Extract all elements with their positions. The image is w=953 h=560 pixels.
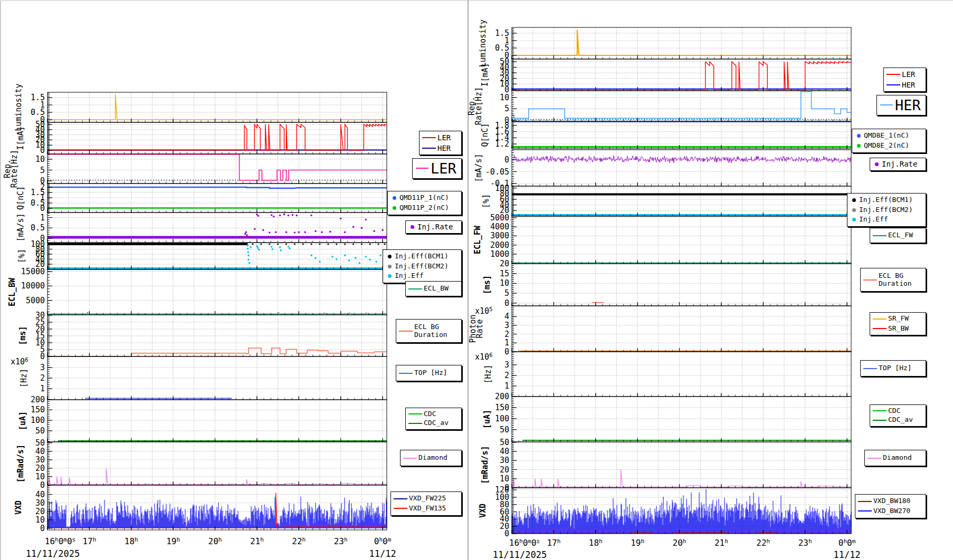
svg-text:21h: 21h: [250, 536, 264, 546]
y-axis-title: [uA]: [482, 410, 492, 429]
legend-line-marker-icon: [871, 410, 888, 411]
y-axis-title: ECL_BW: [7, 277, 17, 306]
y-axis-title: Luminosity: [14, 83, 23, 131]
y-tick-label: 10000: [21, 281, 45, 291]
legend-label: ECL_BW: [424, 285, 449, 293]
svg-text:0h0m: 0h0m: [838, 538, 856, 548]
legend-entry: Inj.Eff: [849, 216, 925, 224]
legend-label: Inj.Eff: [395, 272, 424, 280]
svg-text:0h0m: 0h0m: [374, 536, 392, 546]
y-tick-label: 100: [31, 239, 45, 249]
series-ecl-fw: [512, 262, 851, 263]
plot-current: 01020304050I[mA]: [16, 120, 387, 155]
legend-entry: VXD_FW225: [392, 495, 460, 503]
legend-entry: Inj.Rate: [407, 223, 460, 231]
y-axis-title: Rate[Hz]: [474, 87, 483, 125]
legend-label: ECL BG Duration: [414, 323, 447, 339]
y-axis-title: Luminosity: [478, 20, 488, 67]
y-tick-label: 100: [495, 414, 509, 423]
legend-line-marker-icon: [871, 318, 888, 320]
legend-dot-marker-icon: [871, 162, 882, 166]
legend-line-marker-icon: [397, 331, 414, 332]
legend-label: CDC_av: [888, 416, 913, 424]
legend-label: Diamond: [418, 454, 447, 462]
y-tick-label: 10: [35, 155, 45, 164]
plot-current: 01020304050I[mA]: [480, 57, 851, 94]
y-tick-label: 200: [31, 395, 45, 404]
y-axis-title: [Hz]: [483, 364, 493, 383]
plot-rep-rate: 0510Rep.Rate[Hz]: [467, 87, 851, 125]
legend-forward-diamond-legend: Diamond: [400, 450, 462, 466]
y-tick-label: 1: [40, 384, 45, 393]
plot-frame: [512, 397, 851, 442]
y-axis-title: [mA/s]: [16, 213, 25, 242]
y-tick-label: 15000: [21, 267, 45, 276]
y-axis-title: VXD: [14, 500, 23, 515]
svg-text:23h: 23h: [798, 538, 812, 548]
legend-entry: ECL_FW: [871, 231, 925, 239]
y-tick-label: 2: [40, 373, 45, 383]
legend-label: QMD8E_2(nC): [864, 142, 909, 150]
panel-backward: 00.511.5Luminosity01020304050I[mA]0510Re…: [467, 20, 861, 560]
legend-label: TOP [Hz]: [879, 364, 912, 372]
y-axis-title: [ms]: [18, 326, 27, 345]
plot-inj-eff: 20406080100[%]: [481, 184, 851, 216]
svg-text:18h: 18h: [589, 538, 603, 548]
y-tick-label: 0.5: [31, 223, 45, 233]
legend-entry: ECL_BW: [407, 285, 460, 293]
y-tick-label: 1: [40, 213, 45, 223]
legend-line-marker-icon: [392, 508, 409, 509]
series-vxd-bw270: [512, 489, 851, 534]
legend-label: Inj.Eff(BCM2): [859, 206, 913, 214]
plot-frame: [47, 243, 387, 269]
y-axis-title: [mRad/s]: [16, 445, 25, 482]
legend-line-marker-icon: [402, 458, 418, 459]
legend-dot-marker-icon: [407, 225, 417, 229]
legend-dot-marker-icon: [849, 218, 859, 221]
plot-frame: [47, 400, 387, 442]
legend-line-marker-icon: [421, 148, 437, 149]
plot-charge: 00.511.52Q[nC]: [16, 182, 387, 213]
legend-line-marker-icon: [866, 458, 883, 459]
y-tick-label: 4: [504, 312, 509, 321]
legend-entry: HER: [421, 144, 460, 152]
beam-monitor-window: 00.511.5Luminosity01020304050I[mA]0510Re…: [0, 0, 953, 560]
y-tick-label: 10: [35, 515, 45, 525]
svg-text:22h: 22h: [292, 536, 306, 546]
series-ler: [47, 124, 387, 150]
legend-line-marker-icon: [856, 501, 873, 502]
y-axis-title: Q[nC]: [480, 123, 490, 147]
legend-label: CDC: [424, 410, 436, 418]
legend-entry: VXD_BW180: [856, 497, 925, 505]
legend-line-marker-icon: [862, 368, 879, 369]
y-tick-label: 30: [35, 311, 45, 320]
legend-label: QMD11P_2(nC): [399, 204, 449, 212]
y-tick-label: 50: [35, 438, 45, 448]
legend-line-marker-icon: [878, 104, 895, 105]
y-tick-label: 3: [504, 321, 509, 330]
y-tick-label: 5: [504, 288, 509, 298]
legend-dot-marker-icon: [384, 255, 395, 258]
plot-frame: [512, 264, 851, 306]
y-tick-label: 20: [500, 465, 509, 475]
legend-forward-vxd-legend: VXD_FW225VXD_FW135: [390, 491, 462, 516]
legend-line-marker-icon: [397, 373, 414, 374]
y-tick-label: 3000: [490, 231, 509, 240]
plot-inj-rate: 0-0.05-0.1[mA/s]: [474, 150, 851, 188]
legend-label: LER: [431, 160, 456, 177]
plot-inj-eff: 20406080100[%]: [17, 239, 387, 269]
y-tick-label: 0: [504, 347, 509, 356]
y-tick-label: 150: [495, 403, 509, 412]
y-axis-title: [ms]: [482, 275, 492, 294]
plot-frame: [512, 186, 851, 216]
panel-forward: 00.511.5Luminosity01020304050I[mA]0510Re…: [3, 83, 396, 559]
plot-frame: [47, 122, 387, 154]
legend-forward-ecl-bg-legend: ECL BG Duration: [396, 319, 462, 343]
series-diamond: [512, 470, 851, 487]
legend-forward-charge-legend: QMD11P_1(nC)QMD11P_2(nC): [387, 191, 462, 215]
legend-dot-marker-icon: [389, 196, 399, 200]
svg-text:18h: 18h: [125, 536, 138, 546]
series-luminosity: [512, 30, 851, 55]
legend-label: VXD_FW225: [409, 495, 446, 503]
series-luminosity: [47, 94, 387, 120]
